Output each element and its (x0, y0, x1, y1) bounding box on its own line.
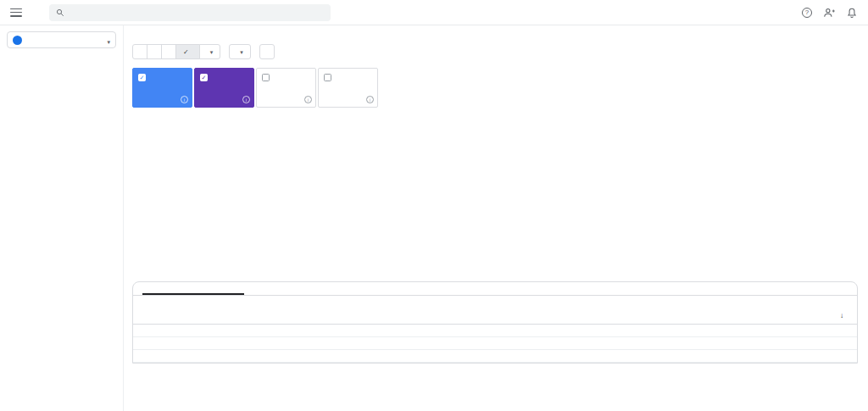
performance-chart (132, 113, 858, 268)
metric-tile-average-ctr[interactable] (256, 68, 316, 108)
metric-tile-total-clicks[interactable] (132, 68, 192, 108)
url-inspection-searchbox[interactable] (49, 4, 331, 21)
table-header-clicks[interactable] (840, 312, 845, 319)
main-content (124, 25, 868, 411)
notifications-bell-icon[interactable] (846, 7, 858, 19)
table-row[interactable] (133, 325, 857, 337)
date-range-details-chip[interactable] (199, 44, 221, 59)
metric-tiles (132, 68, 858, 108)
add-filter-button[interactable] (259, 44, 275, 59)
top-app-bar (0, 0, 868, 25)
y-axis-label (134, 113, 858, 120)
filter-bar (132, 44, 858, 59)
search-type-filter-chip[interactable] (229, 44, 251, 59)
date-range-group (132, 44, 220, 59)
menu-icon[interactable] (10, 8, 22, 17)
add-person-icon[interactable] (823, 7, 835, 19)
info-icon (304, 96, 312, 103)
checkbox-checked-icon[interactable] (138, 74, 146, 81)
info-icon (242, 96, 250, 103)
sort-descending-icon (840, 312, 843, 319)
date-range-3months-chip[interactable] (175, 44, 200, 59)
date-range-7d-chip[interactable] (147, 44, 162, 59)
topbar-actions (802, 7, 858, 19)
table-header (133, 308, 857, 325)
checkbox-unchecked-icon[interactable] (262, 74, 270, 81)
metric-tile-total-impressions[interactable] (194, 68, 254, 108)
tab-dates[interactable] (737, 282, 857, 295)
tab-devices[interactable] (495, 282, 615, 295)
chevron-down-icon (240, 48, 243, 56)
tab-countries[interactable] (375, 282, 495, 295)
info-icon (366, 96, 374, 103)
date-range-28d-chip[interactable] (161, 44, 176, 59)
search-icon (56, 8, 64, 17)
performance-chart-svg (132, 120, 858, 264)
help-icon[interactable] (802, 8, 812, 18)
tab-queries[interactable] (133, 282, 253, 295)
property-selector[interactable] (7, 31, 116, 48)
metric-tile-average-position[interactable] (318, 68, 378, 108)
chevron-down-icon (107, 32, 110, 47)
date-range-24h-chip[interactable] (132, 44, 147, 59)
check-icon (183, 48, 189, 56)
tab-pages[interactable] (253, 282, 374, 295)
table-row[interactable] (133, 350, 857, 363)
dimension-tabs (133, 282, 857, 296)
info-icon (181, 96, 188, 103)
checkbox-unchecked-icon[interactable] (324, 74, 331, 81)
chevron-down-icon (210, 48, 214, 56)
checkbox-checked-icon[interactable] (200, 74, 208, 81)
sidebar (0, 25, 124, 411)
dimensions-card (132, 281, 858, 364)
table-row[interactable] (133, 337, 857, 350)
property-icon (13, 36, 22, 45)
tab-search-appearance[interactable] (615, 282, 736, 295)
